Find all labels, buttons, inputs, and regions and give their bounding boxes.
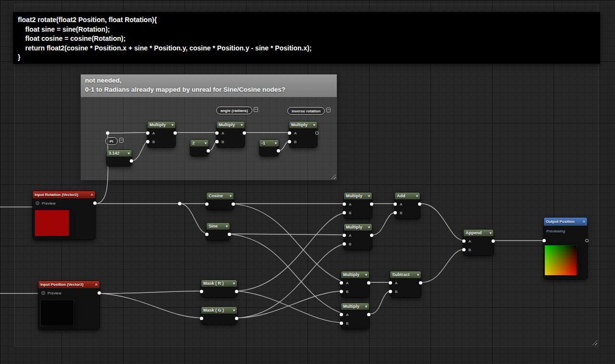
output-pin[interactable] xyxy=(235,317,238,320)
node-header[interactable]: Sine xyxy=(207,223,230,230)
input-rotation-node[interactable]: Input Rotation (Vector2) Preview xyxy=(33,191,95,240)
node-header[interactable]: Append xyxy=(464,230,493,236)
node-header[interactable]: Multiply xyxy=(217,121,245,128)
output-pin[interactable] xyxy=(492,240,495,243)
chevron-down-icon[interactable] xyxy=(415,272,419,277)
collapse-caret-icon[interactable] xyxy=(93,282,98,287)
append-node[interactable]: Append A B xyxy=(464,230,493,255)
chevron-down-icon[interactable] xyxy=(363,304,367,309)
multiply-node-6[interactable]: Multiply A B xyxy=(341,271,369,297)
constant-node-minus-one[interactable]: -1 xyxy=(259,140,279,156)
pin-b-input[interactable] xyxy=(462,248,466,252)
pin-a-input[interactable] xyxy=(215,132,219,135)
mask-r-node[interactable]: Mask ( R ) xyxy=(201,280,237,297)
pill-label[interactable]: angle (radians) xyxy=(216,107,252,114)
comment-box-header[interactable]: not needed, 0-1 to Radians already mappe… xyxy=(81,74,337,97)
subtract-node[interactable]: Subtract A B xyxy=(390,271,421,297)
output-pin[interactable] xyxy=(173,132,177,135)
multiply-node-2[interactable]: Multiply A B xyxy=(217,121,245,147)
node-header[interactable]: Multiply xyxy=(289,121,317,128)
chevron-down-icon[interactable] xyxy=(366,225,370,230)
output-pin[interactable] xyxy=(235,290,238,293)
chevron-down-icon[interactable] xyxy=(126,151,130,156)
chevron-down-icon[interactable] xyxy=(231,308,235,313)
multiply-node-7[interactable]: Multiply A B xyxy=(341,303,369,329)
output-pin[interactable] xyxy=(232,203,235,206)
chevron-down-icon[interactable] xyxy=(203,141,207,146)
pin-b-input[interactable] xyxy=(389,290,392,293)
pin-a-input[interactable] xyxy=(462,240,466,243)
output-pin[interactable] xyxy=(243,132,246,135)
pin-a-input[interactable] xyxy=(146,132,149,135)
node-header[interactable]: Mask ( R ) xyxy=(201,280,237,287)
node-header[interactable]: 2 xyxy=(190,140,209,146)
cosine-node[interactable]: Cosine xyxy=(207,193,234,210)
output-pin[interactable] xyxy=(370,203,373,206)
output-pin[interactable] xyxy=(207,149,210,153)
pin-a-input[interactable] xyxy=(343,203,346,206)
chevron-down-icon[interactable] xyxy=(366,194,370,198)
graph-canvas[interactable]: not needed, 0-1 to Radians already mappe… xyxy=(0,0,615,364)
sine-node[interactable]: Sine xyxy=(207,223,230,240)
chevron-down-icon[interactable] xyxy=(488,231,492,235)
node-header[interactable]: Mask ( G ) xyxy=(201,307,237,314)
output-pin[interactable] xyxy=(98,291,101,295)
input-pin[interactable] xyxy=(205,203,209,206)
node-header[interactable]: -1 xyxy=(259,140,279,146)
output-pin[interactable] xyxy=(370,234,373,237)
pin-a-input[interactable] xyxy=(288,132,291,135)
output-pin[interactable] xyxy=(585,239,589,242)
chevron-down-icon[interactable] xyxy=(273,141,277,146)
constant-node-pi[interactable]: 3.142 xyxy=(107,150,132,166)
multiply-node-5[interactable]: Multiply A B xyxy=(344,224,372,250)
output-pin[interactable] xyxy=(367,313,370,316)
node-header[interactable]: Multiply xyxy=(341,271,369,278)
input-pin[interactable] xyxy=(542,239,546,242)
node-header[interactable]: Input Position (Vector2) xyxy=(38,281,99,288)
pin-b-input[interactable] xyxy=(340,322,343,325)
node-header[interactable]: Multiply xyxy=(341,303,369,310)
pin-a-input[interactable] xyxy=(389,281,392,285)
node-header[interactable]: 3.142 xyxy=(107,150,132,157)
pin-b-input[interactable] xyxy=(343,211,346,215)
named-reroute-pi[interactable]: PI xyxy=(105,137,123,145)
preview-radio[interactable] xyxy=(36,201,39,205)
chevron-down-icon[interactable] xyxy=(311,122,315,127)
output-pin[interactable] xyxy=(277,149,280,153)
multiply-node-3[interactable]: Multiply A B xyxy=(289,121,317,147)
output-pin[interactable] xyxy=(419,281,422,285)
pin-a-input[interactable] xyxy=(340,313,343,316)
mask-g-node[interactable]: Mask ( G ) xyxy=(201,307,237,324)
output-pin[interactable] xyxy=(315,132,319,135)
pin-b-input[interactable] xyxy=(340,290,343,293)
chevron-down-icon[interactable] xyxy=(231,281,235,286)
constant-node-two[interactable]: 2 xyxy=(190,140,209,156)
pin-b-input[interactable] xyxy=(288,140,291,144)
pin-a-input[interactable] xyxy=(343,234,346,237)
chevron-down-icon[interactable] xyxy=(170,122,173,127)
pin-b-input[interactable] xyxy=(215,140,219,144)
node-header[interactable]: Multiply xyxy=(344,224,372,231)
input-pin[interactable] xyxy=(200,317,203,320)
chevron-down-icon[interactable] xyxy=(363,272,367,277)
pin-b-input[interactable] xyxy=(146,140,149,144)
node-header[interactable]: Output Position xyxy=(544,218,587,226)
input-position-node[interactable]: Input Position (Vector2) Preview xyxy=(38,281,99,329)
pin-a-input[interactable] xyxy=(340,281,343,285)
chevron-down-icon[interactable] xyxy=(414,194,418,198)
preview-radio[interactable] xyxy=(41,291,45,295)
output-pin[interactable] xyxy=(130,159,133,163)
output-position-node[interactable]: Output Position Previewing xyxy=(544,218,587,279)
pin-b-input[interactable] xyxy=(343,243,346,246)
multiply-node-4[interactable]: Multiply A B xyxy=(344,193,372,218)
collapse-caret-icon[interactable] xyxy=(89,193,93,197)
chevron-down-icon[interactable] xyxy=(239,122,243,127)
code-comment-box[interactable]: float2 rotate(float2 Position, float Rot… xyxy=(13,12,600,64)
output-pin[interactable] xyxy=(93,202,97,205)
named-reroute-angle[interactable]: angle (radians) xyxy=(216,107,258,114)
input-pin[interactable] xyxy=(200,290,203,293)
multiply-node-1[interactable]: Multiply A B xyxy=(148,121,175,147)
node-header[interactable]: Input Rotation (Vector2) xyxy=(33,191,95,198)
node-header[interactable]: Multiply xyxy=(148,121,175,128)
chevron-down-icon[interactable] xyxy=(224,224,228,229)
